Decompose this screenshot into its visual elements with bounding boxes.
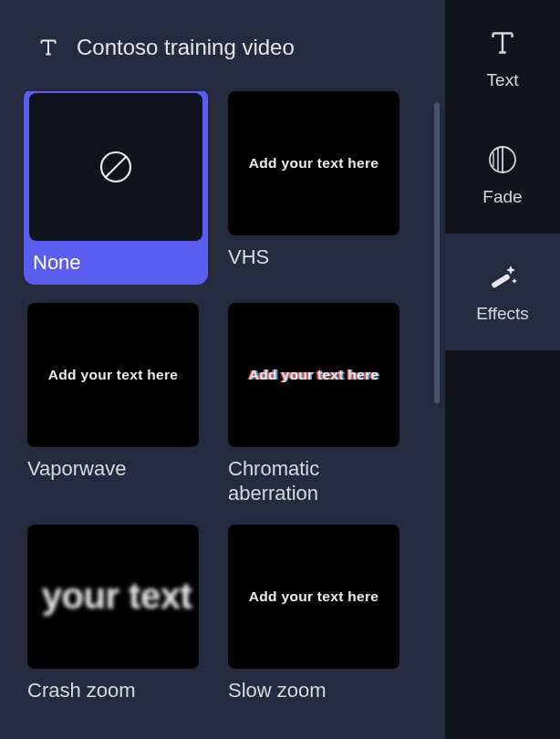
none-icon	[97, 148, 135, 186]
effect-card-vhs[interactable]: Add your text here VHS	[228, 91, 399, 285]
page-title: Contoso training video	[77, 35, 295, 60]
effect-card-chromatic-aberration[interactable]: Add your text here Chromatic aberration	[228, 303, 399, 506]
effect-label: Vaporwave	[27, 456, 208, 482]
tab-label: Fade	[482, 187, 522, 207]
rail-filler	[445, 350, 560, 739]
tab-fade[interactable]: Fade	[445, 117, 560, 234]
tab-effects[interactable]: Effects	[445, 234, 560, 350]
effect-label: Chromatic aberration	[228, 456, 399, 506]
right-rail: Text Fade Effects	[445, 0, 560, 739]
scrollbar[interactable]	[434, 102, 440, 403]
fade-icon	[486, 143, 519, 176]
text-icon	[36, 36, 60, 59]
panel-header: Contoso training video	[20, 13, 436, 91]
effect-thumb: Add your text here	[228, 303, 399, 447]
effect-thumb: Add your text here	[228, 525, 399, 669]
preview-text: Add your text here	[249, 155, 379, 172]
effect-thumb: your text	[27, 525, 199, 669]
effect-label: VHS	[228, 245, 399, 270]
text-icon	[486, 26, 519, 59]
effects-grid: None Add your text here VHS Add your tex…	[20, 91, 436, 703]
effect-label: Slow zoom	[228, 678, 399, 703]
effects-icon	[484, 260, 521, 293]
effect-card-slow-zoom[interactable]: Add your text here Slow zoom	[228, 525, 399, 703]
tab-text[interactable]: Text	[445, 0, 560, 117]
effect-card-vaporwave[interactable]: Add your text here Vaporwave	[27, 303, 208, 506]
tab-label: Effects	[476, 304, 529, 324]
tab-label: Text	[487, 70, 519, 90]
effect-label: None	[29, 250, 202, 276]
effects-panel: Contoso training video None Add your tex…	[0, 0, 445, 739]
preview-text: Add your text here	[48, 367, 178, 383]
effect-thumb: Add your text here	[228, 91, 399, 235]
effect-thumb: Add your text here	[27, 303, 199, 447]
effect-label: Crash zoom	[27, 678, 208, 703]
preview-text: Add your text here	[249, 588, 379, 605]
svg-line-1	[105, 156, 127, 178]
preview-text: Add your text here	[249, 367, 379, 383]
preview-text: your text	[42, 576, 192, 617]
effect-card-crash-zoom[interactable]: your text Crash zoom	[27, 525, 208, 703]
effect-thumb	[29, 93, 202, 241]
effect-card-none[interactable]: None	[24, 91, 208, 285]
svg-rect-6	[491, 274, 511, 289]
